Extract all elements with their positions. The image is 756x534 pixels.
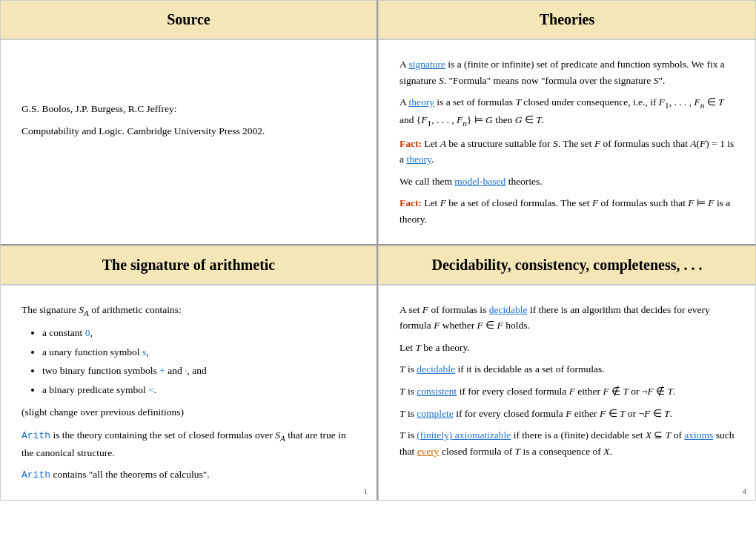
theories-para2: A theory is a set of formulas T closed u… — [399, 94, 735, 129]
axioms-term: axioms — [684, 429, 713, 441]
theories-model-based: We call them model-based theories. — [399, 174, 735, 190]
source-header: Source — [1, 1, 377, 40]
theories-fact1: Fact: Let A be a structure suitable for … — [399, 136, 735, 168]
arithmetic-bullets: a constant 0, a unary function symbol s,… — [42, 325, 356, 398]
theories-para1: A signature is a (finite or infinite) se… — [399, 56, 735, 88]
author-line2: Computability and Logic. Cambridge Unive… — [21, 123, 356, 139]
symbol-plus: + — [159, 365, 165, 376]
author-line1: G.S. Boolos, J.P. Burgess, R.C Jeffrey: — [21, 101, 356, 117]
bullet-binary: two binary function symbols + and ·, and — [42, 363, 356, 379]
symbol-s: s — [142, 346, 146, 357]
arithmetic-header: The signature of arithmetic — [1, 246, 377, 286]
slide-theories: Theories A signature is a (finite or inf… — [378, 0, 756, 245]
signature-term: signature — [408, 59, 445, 70]
every-term: every — [417, 446, 440, 457]
arithmetic-intro: The signature SA of arithmetic contains: — [21, 302, 356, 320]
consistent-term: consistent — [417, 386, 457, 397]
arithmetic-content: The signature SA of arithmetic contains:… — [1, 286, 377, 501]
slide-grid: Source G.S. Boolos, J.P. Burgess, R.C Je… — [0, 0, 756, 501]
symbol-lt: < — [148, 384, 154, 395]
fact2-label: Fact: — [399, 197, 422, 208]
arithmetic-title: The signature of arithmetic — [102, 257, 276, 273]
bullet-constant: a constant 0, — [42, 325, 356, 341]
theories-title: Theories — [540, 11, 594, 27]
arith-contains: Arith contains "all the theorems of calc… — [21, 467, 356, 484]
source-author-block: G.S. Boolos, J.P. Burgess, R.C Jeffrey: … — [21, 101, 356, 139]
theory-ref1: theory — [406, 154, 431, 165]
arith-mono2: Arith — [21, 469, 50, 481]
arithmetic-note: (slight change over previous definitions… — [21, 404, 356, 421]
constant-0: 0 — [85, 327, 90, 338]
dec-axiomatizable: T is (finitely) axiomatizable if there i… — [399, 427, 735, 459]
decidability-content: A set F of formulas is decidable if ther… — [379, 286, 755, 476]
page-num-3: 1 — [364, 487, 368, 495]
slide-decidability: Decidability, consistency, completeness,… — [378, 245, 756, 501]
arith-def: Arith is the theory containing the set o… — [21, 427, 356, 461]
source-title: Source — [167, 11, 210, 27]
model-based-term: model-based — [454, 176, 505, 187]
page-num-4: 4 — [743, 487, 747, 495]
dec-complete: T is complete if for every closed formul… — [399, 406, 735, 422]
dec-consistent: T is consistent if for every closed form… — [399, 383, 735, 400]
slide-arithmetic: The signature of arithmetic The signatur… — [0, 245, 378, 501]
decidable-term2: decidable — [417, 363, 455, 375]
decidability-title: Decidability, consistency, completeness,… — [432, 257, 703, 273]
complete-term: complete — [417, 408, 453, 419]
decidable-term1: decidable — [489, 304, 528, 315]
fact1-label: Fact: — [399, 138, 422, 149]
arith-mono: Arith — [21, 430, 50, 441]
theories-fact2: Fact: Let F be a set of closed formulas.… — [399, 195, 735, 227]
dec-let: Let T be a theory. — [399, 340, 735, 356]
source-content: G.S. Boolos, J.P. Burgess, R.C Jeffrey: … — [1, 40, 377, 170]
bullet-unary: a unary function symbol s, — [42, 344, 356, 360]
theories-header: Theories — [379, 1, 755, 40]
dec-decidable: T is decidable if it is decidable as a s… — [399, 361, 735, 378]
decidability-header: Decidability, consistency, completeness,… — [379, 246, 755, 286]
sig-var: S — [439, 75, 444, 86]
bullet-predicate: a binary predicate symbol <. — [42, 382, 356, 398]
theories-content: A signature is a (finite or infinite) se… — [379, 40, 755, 244]
symbol-dot: · — [185, 365, 187, 376]
slide-source: Source G.S. Boolos, J.P. Burgess, R.C Je… — [0, 0, 378, 245]
axiomatizable-term: (finitely) axiomatizable — [417, 429, 511, 441]
theory-term: theory — [408, 96, 434, 108]
dec-para1: A set F of formulas is decidable if ther… — [399, 302, 735, 334]
sig-var2: S — [654, 75, 659, 86]
